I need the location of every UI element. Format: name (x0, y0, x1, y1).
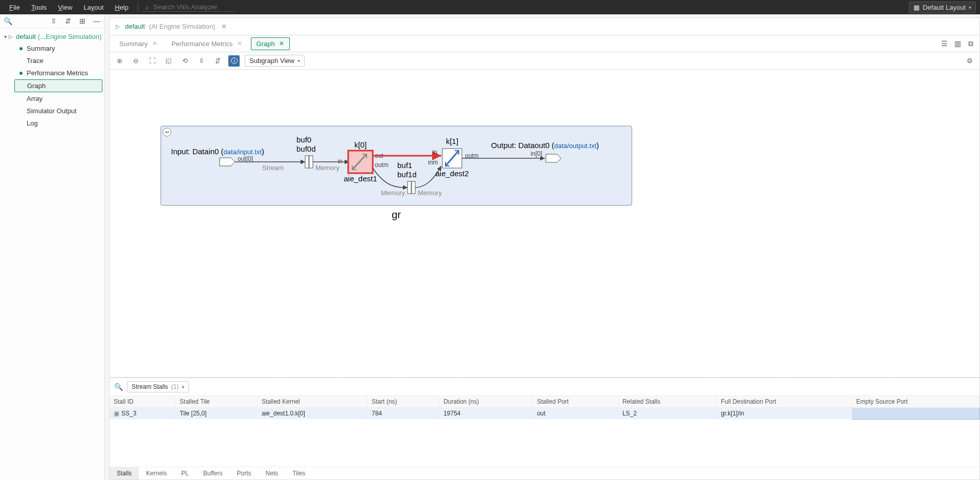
output-label: Output: Dataout0 (data/output.txt) (491, 141, 599, 150)
global-search[interactable]: ⌕ (142, 3, 235, 12)
zoom-selection-icon[interactable]: ◱ (163, 55, 174, 67)
minimize-icon[interactable]: — (92, 16, 101, 26)
sidebar-item-performance-metrics[interactable]: Performance Metrics (14, 67, 102, 79)
buf0-label-a: buf0 (296, 135, 311, 144)
tree-view-icon[interactable]: ⊞ (78, 16, 87, 26)
expand-all-icon[interactable]: ⇵ (63, 16, 73, 26)
status-dot (19, 122, 23, 125)
run-title: default (125, 23, 145, 30)
sidebar-item-label: Performance Metrics (27, 69, 88, 77)
k0-outm-port: outm (375, 161, 389, 169)
collapse-toggle[interactable] (163, 128, 171, 136)
sidebar-item-label: Log (27, 119, 38, 127)
kernel-k0[interactable] (348, 151, 373, 173)
bottom-tab-kernels[interactable]: Kernels (139, 467, 174, 479)
menu-tools[interactable]: Tools (26, 2, 52, 13)
tab-summary[interactable]: Summary✕ (114, 37, 163, 50)
sidebar-item-trace[interactable]: Trace (14, 55, 102, 67)
gear-icon[interactable]: ⚙ (964, 55, 975, 67)
table-row[interactable]: ▣SS_3Tile [25,0]aie_dest1.0.k[0]78419754… (110, 408, 979, 420)
expand-icon[interactable]: ⇵ (212, 55, 223, 67)
sidebar-item-graph[interactable]: Graph (14, 79, 102, 92)
cell: Tile [25,0] (176, 408, 258, 420)
sidebar-item-array[interactable]: Array (14, 93, 102, 105)
search-icon[interactable]: 🔍 (114, 382, 123, 391)
col-start-ns-[interactable]: Start (ns) (367, 396, 439, 408)
zoom-out-icon[interactable]: ⊖ (130, 55, 141, 67)
bottom-tab-tiles[interactable]: Tiles (285, 467, 312, 479)
col-stalled-port[interactable]: Stalled Port (532, 396, 618, 408)
bottom-tab-ports[interactable]: Ports (230, 467, 259, 479)
menu-layout[interactable]: Layout (78, 2, 109, 13)
menubar: File Tools View Layout Help ⌕ ▦ Default … (0, 0, 980, 14)
status-dot (19, 59, 23, 62)
list-view-icon[interactable]: ☰ (940, 39, 949, 48)
output-file-link[interactable]: data/output.txt (554, 142, 596, 150)
bottom-tabs: StallsKernelsPLBuffersPortsNetsTiles (110, 467, 979, 479)
bottom-tab-buffers[interactable]: Buffers (196, 467, 230, 479)
menu-view[interactable]: View (53, 2, 77, 13)
input-port-label: out[0] (238, 155, 253, 162)
tab-performance-metrics[interactable]: Performance Metrics✕ (166, 37, 248, 50)
chevron-down-icon: ▾ (969, 5, 971, 10)
search-icon[interactable]: 🔍 (3, 16, 12, 26)
view-mode-label: Subgraph View (249, 57, 294, 65)
run-tab[interactable]: ▷ default (AI Engine Simulation) ✕ (109, 17, 980, 35)
status-dot (19, 72, 23, 75)
menu-divider (138, 3, 138, 12)
fit-icon[interactable]: ⛶ (146, 55, 158, 67)
collapse-icon[interactable]: ⇳ (196, 55, 207, 67)
sidebar-item-log[interactable]: Log (14, 117, 102, 129)
col-duration-ns-[interactable]: Duration (ns) (439, 396, 532, 408)
close-icon[interactable]: ✕ (237, 40, 242, 47)
global-search-input[interactable] (152, 3, 224, 11)
col-stall-id[interactable]: Stall ID (110, 396, 176, 408)
view-mode-dropdown[interactable]: Subgraph View ▾ (245, 55, 305, 67)
cell (852, 408, 979, 420)
bottom-tab-nets[interactable]: Nets (259, 467, 286, 479)
sidebar-item-label: Simulator Output (27, 107, 77, 115)
sidebar-toolbar: 🔍 ⇳ ⇵ ⊞ — (0, 14, 104, 28)
input-file-link[interactable]: data/input.txt (224, 148, 262, 156)
zoom-in-icon[interactable]: ⊕ (114, 55, 125, 67)
tree-root[interactable]: ▾ ▷ default (...Engine Simulation) (2, 31, 102, 42)
menu-file[interactable]: File (4, 2, 25, 13)
k0-in-port: in (338, 158, 343, 165)
bottom-tab-stalls[interactable]: Stalls (110, 467, 139, 479)
sidebar-item-summary[interactable]: Summary (14, 43, 102, 54)
stall-filter-dropdown[interactable]: Stream Stalls (1) ▾ (127, 381, 189, 392)
close-icon[interactable]: ✕ (279, 40, 284, 47)
status-dot (19, 110, 23, 113)
col-full-destination-port[interactable]: Full Destination Port (717, 396, 852, 408)
stall-filter-label: Stream Stalls (132, 383, 168, 390)
layout-selector[interactable]: ▦ Default Layout ▾ (909, 2, 976, 13)
k0-name: aie_dest1 (344, 174, 377, 183)
kernel-k1[interactable] (442, 149, 462, 168)
sidebar-item-simulator-output[interactable]: Simulator Output (14, 105, 102, 117)
info-icon[interactable]: ⓘ (228, 55, 240, 67)
refresh-icon[interactable]: ⟲ (179, 55, 190, 67)
k0-title: k[0] (354, 140, 367, 149)
graph-canvas[interactable]: Input: Datain0 (data/input.txt) out[0] S… (109, 70, 980, 378)
collapse-all-icon[interactable]: ⇳ (49, 16, 58, 26)
col-empty-source-port[interactable]: Empty Source Port (852, 396, 979, 408)
menu-help[interactable]: Help (110, 2, 134, 13)
run-icon: ▷ (116, 24, 120, 29)
close-icon[interactable]: ✕ (152, 40, 157, 47)
bottom-tab-pl[interactable]: PL (174, 467, 196, 479)
buf1[interactable] (408, 181, 415, 194)
close-icon[interactable]: ✕ (221, 23, 227, 30)
buf1-label-b: buf1d (397, 170, 417, 179)
col-stalled-tile[interactable]: Stalled Tile (176, 396, 258, 408)
tab-graph[interactable]: Graph✕ (251, 37, 290, 50)
k1-title: k[1] (446, 137, 458, 145)
main: ▷ default (AI Engine Simulation) ✕ Summa… (105, 14, 980, 480)
col-related-stalls[interactable]: Related Stalls (618, 396, 716, 408)
grid-view-icon[interactable]: ▥ (953, 39, 962, 48)
col-stalled-kernel[interactable]: Stalled Kernel (258, 396, 368, 408)
tab-label: Graph (257, 40, 275, 48)
buf0[interactable] (305, 156, 313, 168)
chevron-down-icon: ▾ (182, 384, 184, 390)
k1-inm-port: inm (428, 159, 438, 166)
popout-icon[interactable]: ⧉ (966, 39, 975, 48)
